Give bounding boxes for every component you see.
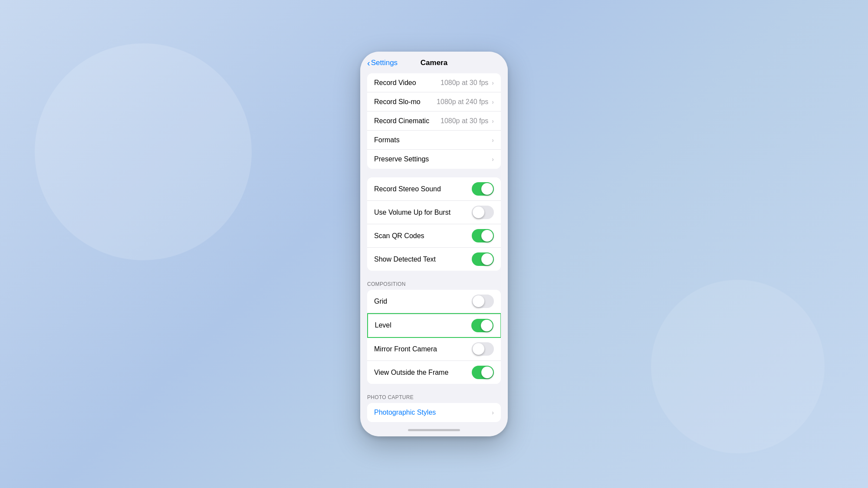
photo-capture-section-wrapper: PHOTO CAPTURE Photographic Styles ›: [360, 391, 508, 422]
toggle-knob: [473, 295, 484, 307]
list-item-preserve-settings[interactable]: Preserve Settings ›: [367, 150, 501, 169]
list-item-formats[interactable]: Formats ›: [367, 131, 501, 150]
grid-toggle[interactable]: [472, 295, 494, 308]
list-item-volume-burst[interactable]: Use Volume Up for Burst: [367, 201, 501, 224]
photographic-styles-right: ›: [492, 409, 494, 416]
mirror-front-camera-label: Mirror Front Camera: [374, 345, 437, 353]
list-item-level[interactable]: Level: [367, 313, 501, 338]
record-slomo-value: 1080p at 240 fps: [437, 98, 488, 106]
level-label: Level: [375, 321, 391, 329]
record-slomo-right: 1080p at 240 fps ›: [437, 98, 494, 106]
toggle-knob: [481, 367, 493, 378]
list-item-grid[interactable]: Grid: [367, 290, 501, 313]
list-item-record-slomo[interactable]: Record Slo-mo 1080p at 240 fps ›: [367, 92, 501, 111]
composition-section: Grid Level Mirror Front Camera: [367, 290, 501, 384]
preserve-settings-right: ›: [492, 156, 494, 163]
record-video-label: Record Video: [374, 79, 416, 87]
page-title: Camera: [421, 59, 447, 67]
video-section: Record Video 1080p at 30 fps › Record Sl…: [367, 73, 501, 169]
toggle-knob: [481, 320, 493, 331]
show-detected-text-label: Show Detected Text: [374, 255, 436, 263]
phone-container: ‹ Settings Camera Record Video 1080p at …: [360, 52, 508, 436]
preserve-settings-label: Preserve Settings: [374, 155, 429, 163]
toggle-knob: [481, 230, 493, 242]
photographic-styles-chevron-icon: ›: [492, 409, 494, 416]
volume-burst-toggle[interactable]: [472, 206, 494, 219]
list-item-photographic-styles[interactable]: Photographic Styles ›: [367, 403, 501, 422]
volume-burst-label: Use Volume Up for Burst: [374, 209, 450, 216]
toggle-knob: [481, 183, 493, 195]
toggle-knob: [481, 253, 493, 265]
list-item-record-video[interactable]: Record Video 1080p at 30 fps ›: [367, 73, 501, 92]
view-outside-frame-label: View Outside the Frame: [374, 369, 448, 377]
record-video-value: 1080p at 30 fps: [441, 79, 488, 87]
toggle-knob: [473, 343, 484, 355]
record-video-right: 1080p at 30 fps ›: [441, 79, 494, 87]
show-detected-text-toggle[interactable]: [472, 252, 494, 266]
list-item-view-outside-frame[interactable]: View Outside the Frame: [367, 361, 501, 384]
preserve-settings-chevron-icon: ›: [492, 156, 494, 163]
photo-capture-section-label: PHOTO CAPTURE: [360, 391, 508, 402]
record-video-chevron-icon: ›: [492, 79, 494, 86]
grid-label: Grid: [374, 298, 387, 305]
back-chevron-icon: ‹: [367, 59, 370, 67]
list-item-show-detected-text[interactable]: Show Detected Text: [367, 248, 501, 271]
home-indicator-bar: [360, 426, 508, 436]
composition-section-wrapper: COMPOSITION Grid Level Mirror Front Came…: [360, 278, 508, 384]
list-item-scan-qr[interactable]: Scan QR Codes: [367, 224, 501, 248]
list-item-record-cinematic[interactable]: Record Cinematic 1080p at 30 fps ›: [367, 111, 501, 131]
formats-chevron-icon: ›: [492, 137, 494, 144]
formats-right: ›: [492, 137, 494, 144]
list-item-record-stereo-sound[interactable]: Record Stereo Sound: [367, 177, 501, 201]
level-toggle[interactable]: [471, 319, 493, 332]
record-cinematic-label: Record Cinematic: [374, 117, 429, 125]
header: ‹ Settings Camera: [360, 52, 508, 71]
view-outside-frame-toggle[interactable]: [472, 366, 494, 379]
scan-qr-toggle[interactable]: [472, 229, 494, 242]
record-slomo-label: Record Slo-mo: [374, 98, 421, 106]
composition-section-label: COMPOSITION: [360, 278, 508, 289]
record-stereo-sound-label: Record Stereo Sound: [374, 185, 441, 193]
formats-label: Formats: [374, 136, 400, 144]
back-label[interactable]: Settings: [371, 59, 398, 67]
record-cinematic-chevron-icon: ›: [492, 118, 494, 124]
toggle-knob: [473, 206, 484, 218]
back-button[interactable]: ‹ Settings: [367, 59, 398, 67]
toggles-section: Record Stereo Sound Use Volume Up for Bu…: [367, 177, 501, 271]
record-slomo-chevron-icon: ›: [492, 98, 494, 105]
list-item-mirror-front-camera[interactable]: Mirror Front Camera: [367, 337, 501, 361]
photographic-styles-label: Photographic Styles: [374, 409, 436, 416]
record-cinematic-value: 1080p at 30 fps: [441, 117, 488, 125]
settings-panel: ‹ Settings Camera Record Video 1080p at …: [360, 52, 508, 436]
record-stereo-sound-toggle[interactable]: [472, 182, 494, 196]
photo-capture-section: Photographic Styles ›: [367, 403, 501, 422]
mirror-front-camera-toggle[interactable]: [472, 342, 494, 356]
scan-qr-label: Scan QR Codes: [374, 232, 424, 240]
record-cinematic-right: 1080p at 30 fps ›: [441, 117, 494, 125]
home-bar: [408, 429, 460, 431]
